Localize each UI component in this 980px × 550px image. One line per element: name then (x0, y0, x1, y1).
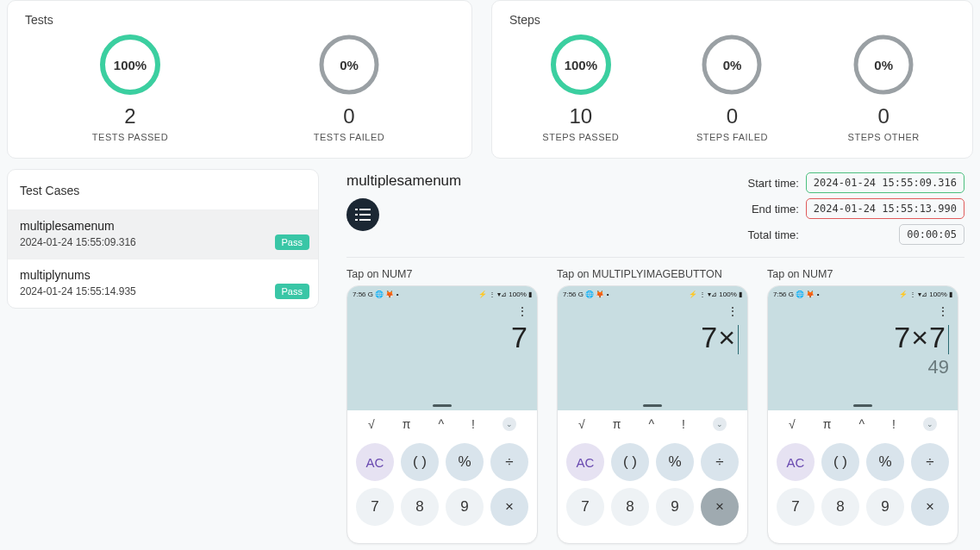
calc-display: ⋮7×749 (768, 302, 958, 410)
calc-sym: √ (368, 417, 375, 431)
menu-dots-icon: ⋮ (937, 305, 949, 317)
calc-key: 8 (401, 488, 439, 526)
list-icon (355, 209, 371, 221)
svg-rect-10 (359, 214, 371, 216)
calc-display: ⋮7 (347, 302, 537, 410)
calc-key: 7 (356, 488, 394, 526)
step-column: Tap on MULTIPLYIMAGEBUTTON7:56 G 🌐 🦊 •⚡ … (557, 268, 748, 544)
calc-key: % (446, 443, 484, 481)
steps-card-title: Steps (509, 13, 955, 27)
steps-failed-label: STEPS FAILED (696, 132, 768, 142)
handle-icon (643, 404, 662, 407)
detail-title: multiplesamenum (346, 172, 461, 190)
tests-passed-ring: 100% (97, 32, 163, 97)
calc-key: ÷ (701, 443, 739, 481)
test-case-item[interactable]: multiplesamenum2024-01-24 15:55:09.316Pa… (8, 209, 318, 259)
steps-failed-metric: 0% 0 STEPS FAILED (671, 32, 792, 142)
calc-key: % (656, 443, 694, 481)
calc-keypad: AC( )%÷789× (768, 434, 958, 526)
calc-key: 7 (566, 488, 604, 526)
total-time-value: 00:00:05 (899, 224, 964, 245)
menu-dots-icon: ⋮ (516, 305, 528, 317)
end-time-value: 2024-01-24 15:55:13.990 (806, 198, 964, 219)
phone-screenshot[interactable]: 7:56 G 🌐 🦊 •⚡ ⋮ ▾⊿ 100% ▮⋮7×749√π^!⌄AC( … (767, 285, 958, 544)
calc-sym: ^ (858, 417, 865, 431)
steps-passed-metric: 100% 10 STEPS PASSED (521, 32, 641, 142)
step-label: Tap on MULTIPLYIMAGEBUTTON (557, 268, 748, 280)
list-view-button[interactable] (346, 198, 379, 231)
total-time-label: Total time: (748, 228, 799, 241)
calc-key: ÷ (490, 443, 528, 481)
status-badge: Pass (275, 284, 309, 299)
tests-failed-metric: 0% 0 TESTS FAILED (289, 32, 409, 142)
calc-expression: 7 (511, 321, 528, 354)
calc-sym: √ (789, 417, 796, 431)
phone-statusbar: 7:56 G 🌐 🦊 •⚡ ⋮ ▾⊿ 100% ▮ (558, 286, 747, 302)
steps-failed-pct: 0% (723, 58, 742, 72)
calc-sym: π (823, 417, 832, 431)
tests-failed-pct: 0% (340, 58, 359, 72)
test-case-name: multiplesamenum (20, 219, 306, 233)
step-label: Tap on NUM7 (767, 268, 958, 280)
calc-key: AC (356, 443, 394, 481)
calc-sym-row: √π^!⌄ (347, 410, 537, 434)
calc-sym-row: √π^!⌄ (558, 410, 747, 434)
calc-keypad: AC( )%÷789× (347, 434, 537, 526)
calc-key: 8 (611, 488, 649, 526)
chevron-down-icon: ⌄ (502, 417, 516, 431)
calc-key: × (490, 488, 528, 526)
calc-key: ÷ (911, 443, 949, 481)
svg-rect-7 (355, 209, 358, 210)
calc-sym: π (613, 417, 621, 431)
calc-display: ⋮7× (558, 302, 747, 410)
steps-passed-label: STEPS PASSED (542, 132, 619, 142)
test-case-time: 2024-01-24 15:55:14.935 (20, 285, 306, 297)
steps-other-label: STEPS OTHER (848, 132, 920, 142)
chevron-down-icon: ⌄ (713, 417, 727, 431)
calc-sym: ^ (648, 417, 654, 431)
step-column: Tap on NUM77:56 G 🌐 🦊 •⚡ ⋮ ▾⊿ 100% ▮⋮7×7… (767, 268, 958, 544)
calc-key: AC (777, 443, 815, 481)
steps-summary-card: Steps 100% 10 STEPS PASSED 0 (491, 0, 973, 159)
calc-key: AC (566, 443, 604, 481)
svg-rect-8 (359, 209, 371, 210)
calc-key: % (866, 443, 904, 481)
phone-statusbar: 7:56 G 🌐 🦊 •⚡ ⋮ ▾⊿ 100% ▮ (768, 286, 958, 302)
handle-icon (853, 404, 872, 407)
start-time-label: Start time: (748, 177, 799, 190)
end-time-label: End time: (752, 203, 799, 216)
test-case-time: 2024-01-24 15:55:09.316 (20, 236, 306, 248)
test-cases-panel: Test Cases multiplesamenum2024-01-24 15:… (7, 169, 319, 309)
calc-key: 9 (656, 488, 694, 526)
test-case-item[interactable]: multiplynums2024-01-24 15:55:14.935Pass (8, 259, 318, 308)
tests-passed-metric: 100% 2 TESTS PASSED (70, 32, 190, 142)
steps-other-pct: 0% (874, 58, 893, 72)
handle-icon (433, 404, 452, 407)
calc-keypad: AC( )%÷789× (558, 434, 747, 526)
steps-other-metric: 0% 0 STEPS OTHER (823, 32, 944, 142)
calc-sym: √ (578, 417, 585, 431)
tests-failed-label: TESTS FAILED (314, 132, 384, 142)
tests-card-title: Tests (25, 13, 454, 27)
test-cases-title: Test Cases (8, 170, 318, 209)
steps-other-count: 0 (877, 104, 889, 128)
tests-failed-ring: 0% (316, 32, 382, 97)
phone-screenshot[interactable]: 7:56 G 🌐 🦊 •⚡ ⋮ ▾⊿ 100% ▮⋮7√π^!⌄AC( )%÷7… (346, 285, 538, 544)
calc-key: ( ) (401, 443, 439, 481)
test-case-name: multiplynums (20, 268, 306, 282)
phone-screenshot[interactable]: 7:56 G 🌐 🦊 •⚡ ⋮ ▾⊿ 100% ▮⋮7×√π^!⌄AC( )%÷… (557, 285, 748, 544)
calc-sym: ! (682, 417, 685, 431)
steps-failed-ring: 0% (699, 32, 765, 97)
calc-key: ( ) (821, 443, 859, 481)
steps-failed-count: 0 (727, 104, 738, 128)
svg-rect-12 (359, 219, 371, 221)
tests-passed-label: TESTS PASSED (92, 132, 168, 142)
calc-sym: ! (471, 417, 475, 431)
calc-key: × (701, 488, 739, 526)
tests-failed-count: 0 (343, 104, 354, 128)
calc-key: 7 (777, 488, 815, 526)
step-label: Tap on NUM7 (346, 268, 538, 280)
calc-sym: π (403, 417, 411, 431)
time-info: Start time: 2024-01-24 15:55:09.316 End … (748, 172, 964, 245)
steps-passed-pct: 100% (565, 58, 597, 72)
